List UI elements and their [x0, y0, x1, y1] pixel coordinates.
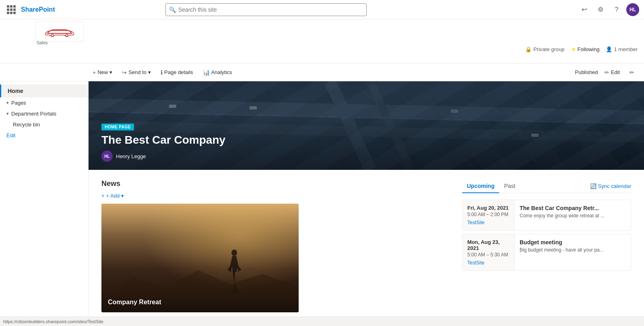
status-url: https://citizenbuilders.sharepoint.com/s… [3, 319, 103, 324]
chevron-down-icon: ▾ [121, 193, 124, 199]
sidebar-group-dept-portals[interactable]: ▾ Department Portals [0, 108, 88, 119]
hero-author: HL Henry Legge [101, 151, 631, 162]
sync-icon: 🔄 [590, 183, 597, 189]
lock-icon: 🔒 [525, 46, 532, 52]
event-title-1: The Best Car Company Retr... [520, 205, 626, 211]
svg-point-12 [231, 250, 237, 256]
news-add-button[interactable]: + + Add ▾ [101, 193, 452, 199]
event-description-1: Come enjoy the group wide retreat at ... [520, 213, 626, 219]
main-layout: Home ▾ Pages ▾ Department Portals Recycl… [0, 81, 644, 316]
send-to-button[interactable]: ↪ Send to ▾ [118, 67, 155, 78]
plus-icon: + [93, 69, 96, 76]
chevron-icon-2: ▾ [6, 111, 9, 116]
event-title-2: Budget meeting [520, 239, 626, 246]
nav-bar: + New ▾ ↪ Send to ▾ ℹ Page details 📊 Ana… [0, 64, 644, 81]
site-meta-row: 🔒 Private group ★ Following 👤 1 member [0, 43, 644, 55]
event-site-1[interactable]: TestSite [467, 220, 510, 225]
author-avatar: HL [101, 151, 113, 162]
hero-banner: HOME PAGE The Best Car Company HL Henry … [89, 81, 644, 170]
sidebar-edit-link[interactable]: Edit [0, 130, 88, 141]
published-label: Published [575, 69, 598, 75]
site-logo-row [0, 19, 644, 43]
sync-calendar-button[interactable]: 🔄 Sync calendar [590, 183, 631, 189]
edit-button[interactable]: ✏ Edit [601, 68, 623, 77]
event-time-1: 5:00 AM – 2:00 PM [467, 212, 510, 217]
svg-rect-9 [250, 106, 257, 109]
following-button[interactable]: ★ Following [571, 46, 600, 52]
svg-rect-10 [451, 109, 458, 113]
sidebar-item-recycle-bin[interactable]: Recycle bin [0, 119, 88, 130]
member-count[interactable]: 👤 1 member [606, 46, 638, 52]
hero-title: The Best Car Company [101, 134, 631, 146]
new-button[interactable]: + New ▾ [89, 67, 116, 78]
event-card-1[interactable]: Fri, Aug 20, 2021 5:00 AM – 2:00 PM Test… [462, 200, 631, 231]
news-section: News + + Add ▾ [101, 180, 452, 312]
help-icon[interactable]: ? [610, 3, 623, 16]
waffle-menu-button[interactable] [5, 3, 18, 16]
news-title: News [101, 180, 452, 188]
nav-right: Published ✏ Edit ✏ [575, 68, 644, 77]
event-card-2[interactable]: Mon, Aug 23, 2021 5:00 AM – 5:30 AM Test… [462, 234, 631, 271]
event-date-1: Fri, Aug 20, 2021 [467, 205, 510, 211]
event-time-2: 5:00 AM – 5:30 AM [467, 252, 510, 258]
search-icon: 🔍 [169, 6, 176, 13]
site-header: Sales 🔒 Private group ★ Following 👤 1 me… [0, 19, 644, 64]
person-icon: 👤 [606, 46, 612, 52]
chevron-icon: ▾ [6, 100, 9, 105]
search-bar: 🔍 [165, 3, 367, 16]
event-date-col-1: Fri, Aug 20, 2021 5:00 AM – 2:00 PM Test… [462, 200, 515, 230]
author-name: Henry Legge [116, 153, 146, 159]
events-section: Upcoming Past 🔄 Sync calendar Fri, Aug 2… [462, 180, 631, 312]
content-area: HOME PAGE The Best Car Company HL Henry … [89, 81, 644, 316]
send-icon: ↪ [122, 69, 127, 76]
event-date-2: Mon, Aug 23, 2021 [467, 239, 510, 251]
notifications-icon[interactable]: ↩ [578, 3, 591, 16]
search-input[interactable] [178, 6, 363, 13]
event-detail-col-1: The Best Car Company Retr... Come enjoy … [515, 200, 631, 230]
events-tabs: Upcoming Past 🔄 Sync calendar [462, 180, 631, 193]
chart-icon: 📊 [203, 69, 210, 76]
event-site-2[interactable]: TestSite [467, 260, 510, 266]
hero-overlay: HOME PAGE The Best Car Company HL Henry … [89, 115, 644, 170]
star-icon: ★ [571, 46, 576, 52]
event-detail-col-2: Budget meeting Big budget meeting - have… [515, 234, 631, 270]
site-logo[interactable] [35, 21, 84, 41]
sidebar-item-home[interactable]: Home [0, 85, 88, 97]
settings-icon[interactable]: ⚙ [594, 3, 607, 16]
top-right-actions: ↩ ⚙ ? HL [578, 3, 639, 16]
past-tab[interactable]: Past [499, 180, 520, 193]
sidebar: Home ▾ Pages ▾ Department Portals Recycl… [0, 81, 89, 316]
news-card[interactable]: Company Retreat [101, 204, 299, 312]
site-label: Sales [37, 40, 48, 45]
upcoming-tab[interactable]: Upcoming [462, 180, 499, 193]
edit-button-2[interactable]: ✏ [626, 68, 638, 77]
car-icon [43, 25, 76, 37]
mountain-icon [101, 266, 299, 298]
plus-icon: + [101, 193, 105, 199]
pencil-icon: ✏ [605, 69, 609, 76]
chevron-down-icon: ▾ [148, 69, 151, 75]
sidebar-group-pages[interactable]: ▾ Pages [0, 97, 88, 108]
news-card-title: Company Retreat [108, 299, 161, 306]
private-group-label: 🔒 Private group [525, 46, 564, 52]
svg-rect-8 [169, 105, 176, 108]
hero-badge: HOME PAGE [101, 124, 134, 130]
event-date-col-2: Mon, Aug 23, 2021 5:00 AM – 5:30 AM Test… [462, 234, 515, 270]
page-details-button[interactable]: ℹ Page details [157, 67, 197, 78]
waffle-icon [7, 5, 16, 14]
nav-actions: + New ▾ ↪ Send to ▾ ℹ Page details 📊 Ana… [89, 67, 236, 78]
user-avatar[interactable]: HL [626, 3, 639, 16]
page-content: News + + Add ▾ [89, 170, 644, 316]
event-description-2: Big budget meeting - have all your pa... [520, 247, 626, 253]
status-bar: https://citizenbuilders.sharepoint.com/s… [0, 316, 644, 326]
sharepoint-logo[interactable]: SharePoint [21, 6, 55, 13]
top-bar: SharePoint 🔍 ↩ ⚙ ? HL [0, 0, 644, 19]
chevron-down-icon: ▾ [109, 69, 112, 75]
pencil-icon-2: ✏ [630, 69, 634, 76]
info-icon: ℹ [161, 69, 163, 76]
analytics-button[interactable]: 📊 Analytics [199, 67, 236, 78]
